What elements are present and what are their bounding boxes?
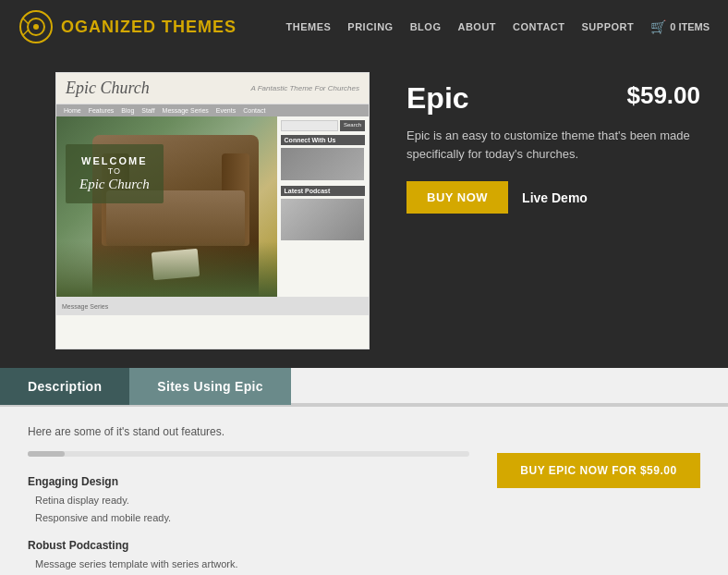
product-price: $59.00 xyxy=(626,81,700,110)
scroll-indicator xyxy=(28,451,469,457)
svg-line-3 xyxy=(23,18,29,24)
logo-text: OGANIZED THEMES xyxy=(61,18,237,37)
tab-content: Here are some of it's stand out features… xyxy=(0,407,728,575)
list-item: Retina display ready. xyxy=(28,492,469,509)
feature-podcasting-title: Robust Podcasting xyxy=(28,539,469,552)
preview-welcome-text: WELCOME TO Epic Church xyxy=(79,155,150,192)
feature-engaging-list: Retina display ready. Responsive and mob… xyxy=(28,492,469,526)
cart-icon: 🛒 xyxy=(650,19,666,34)
tab-description[interactable]: Description xyxy=(0,368,129,405)
feature-podcasting-list: Message series template with series artw… xyxy=(28,556,469,575)
product-actions: BUY NOW Live Demo xyxy=(406,181,700,214)
preview-connect: Connect With Us xyxy=(281,135,365,180)
header: OGANIZED THEMES THEMES PRICING BLOG ABOU… xyxy=(0,0,728,54)
tab-divider xyxy=(291,403,728,405)
tabs-section: Description Sites Using Epic Here are so… xyxy=(0,368,728,575)
nav-support[interactable]: SUPPORT xyxy=(582,21,635,32)
preview-sidebar: Search Connect With Us Latest Podcast xyxy=(277,116,369,297)
preview-logo: Epic Church xyxy=(66,79,150,98)
nav-pricing[interactable]: PRICING xyxy=(347,21,393,32)
nav-contact[interactable]: CONTACT xyxy=(513,21,564,32)
preview-podcast: Latest Podcast xyxy=(281,186,365,240)
preview-bottom: Message Series xyxy=(56,297,369,315)
tab-sidebar: BUY EPIC NOW FOR $59.00 xyxy=(497,425,700,575)
tab-sites[interactable]: Sites Using Epic xyxy=(129,368,291,405)
svg-point-2 xyxy=(33,24,39,30)
nav-themes[interactable]: THEMES xyxy=(285,21,331,32)
preview-main-image: WELCOME TO Epic Church xyxy=(56,116,277,297)
product-info: Epic $59.00 Epic is an easy to customize… xyxy=(406,72,700,214)
product-description: Epic is an easy to customize theme that'… xyxy=(406,127,700,163)
svg-line-4 xyxy=(23,30,29,35)
scroll-thumb xyxy=(28,451,65,457)
hero-section: Epic Church A Fantastic Theme For Church… xyxy=(0,54,728,368)
product-title-row: Epic $59.00 xyxy=(406,81,700,116)
list-item: Responsive and mobile ready. xyxy=(28,509,469,527)
intro-text: Here are some of it's stand out features… xyxy=(28,425,469,438)
preview-nav: Home Features Blog Staff Message Series … xyxy=(56,104,369,116)
logo: OGANIZED THEMES xyxy=(18,9,237,44)
preview-header: Epic Church A Fantastic Theme For Church… xyxy=(56,73,369,104)
feature-engaging-title: Engaging Design xyxy=(28,475,469,488)
buy-epic-button[interactable]: BUY EPIC NOW FOR $59.00 xyxy=(497,453,700,488)
main-nav: THEMES PRICING BLOG ABOUT CONTACT SUPPOR… xyxy=(285,19,710,34)
live-demo-link[interactable]: Live Demo xyxy=(522,190,588,205)
tab-description-content: Here are some of it's stand out features… xyxy=(28,425,469,575)
list-item: Message series template with series artw… xyxy=(28,556,469,573)
product-name: Epic xyxy=(406,81,469,116)
buy-now-button[interactable]: BUY NOW xyxy=(406,181,508,214)
preview-body: WELCOME TO Epic Church Search Connect Wi… xyxy=(56,116,369,297)
nav-about[interactable]: ABOUT xyxy=(457,21,496,32)
logo-icon xyxy=(18,9,54,44)
cart-count: 0 ITEMS xyxy=(670,21,710,32)
theme-preview: Epic Church A Fantastic Theme For Church… xyxy=(55,72,370,349)
tabs-header: Description Sites Using Epic xyxy=(0,368,728,407)
cart-area[interactable]: 🛒 0 ITEMS xyxy=(650,19,710,34)
preview-search: Search xyxy=(281,120,365,131)
nav-blog[interactable]: BLOG xyxy=(410,21,442,32)
preview-tagline: A Fantastic Theme For Churches xyxy=(250,84,359,92)
